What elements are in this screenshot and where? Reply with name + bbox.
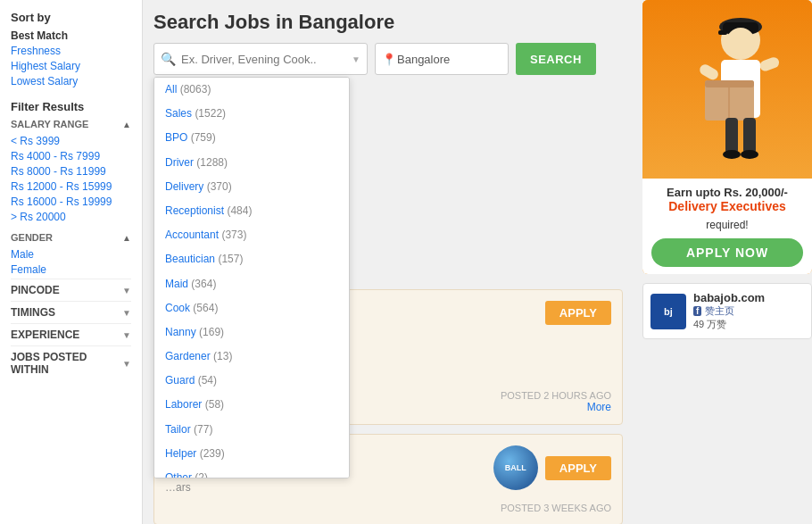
ad-text-area: Earn upto Rs. 20,000/- Delivery Executiv… bbox=[642, 179, 812, 274]
babajob-fans: 49 万赞 bbox=[693, 318, 765, 331]
svg-rect-9 bbox=[725, 118, 738, 154]
pincode-filter[interactable]: PINCODE ▼ bbox=[11, 279, 131, 301]
location-wrapper: 📍 Bangalore bbox=[375, 43, 509, 75]
babajob-logo: bj bbox=[650, 294, 686, 329]
salary-gt-20000[interactable]: > Rs 20000 bbox=[11, 211, 131, 223]
salary-8000-11999[interactable]: Rs 8000 - Rs 11999 bbox=[11, 165, 131, 178]
dropdown-item-sales[interactable]: Sales (1522) bbox=[154, 102, 349, 126]
experience-arrow: ▼ bbox=[122, 330, 131, 340]
svg-rect-3 bbox=[718, 30, 727, 35]
ad-apply-button[interactable]: APPLY NOW bbox=[651, 238, 803, 267]
babajob-social: f 赞主页 bbox=[693, 304, 765, 318]
svg-point-4 bbox=[726, 28, 755, 56]
dropdown-item-receptionist[interactable]: Receptionist (484) bbox=[154, 199, 349, 223]
gender-male[interactable]: Male bbox=[11, 248, 131, 261]
timings-arrow: ▼ bbox=[122, 308, 131, 318]
babajob-box: bj babajob.com f 赞主页 49 万赞 bbox=[642, 283, 812, 339]
delivery-person-illustration bbox=[642, 0, 812, 179]
dropdown-item-other[interactable]: Other (2) bbox=[154, 466, 349, 478]
svg-rect-14 bbox=[758, 55, 781, 72]
salary-12000-15999[interactable]: Rs 12000 - Rs 15999 bbox=[11, 180, 131, 193]
svg-point-11 bbox=[723, 150, 741, 159]
babajob-name: babajob.com bbox=[693, 291, 765, 304]
jobs-posted-filter[interactable]: JOBS POSTED WITHIN ▼ bbox=[11, 345, 131, 380]
dropdown-item-tailor[interactable]: Tailor (77) bbox=[154, 418, 349, 442]
apply-button-2[interactable]: APPLY bbox=[545, 456, 611, 480]
dropdown-item-nanny[interactable]: Nanny (169) bbox=[154, 320, 349, 345]
svg-rect-10 bbox=[743, 118, 756, 154]
ad-required-text: required! bbox=[651, 219, 803, 231]
sort-by-title: Sort by bbox=[11, 11, 131, 24]
job-meta-2: …ars bbox=[165, 481, 234, 494]
dropdown-item-guard[interactable]: Guard (54) bbox=[154, 369, 349, 393]
dropdown-item-delivery[interactable]: Delivery (370) bbox=[154, 175, 349, 199]
sort-lowest-salary[interactable]: Lowest Salary bbox=[11, 75, 131, 87]
salary-range-header[interactable]: SALARY RANGE ▲ bbox=[11, 119, 131, 129]
sort-best-match[interactable]: Best Match bbox=[11, 29, 131, 42]
dropdown-item-accountant[interactable]: Accountant (373) bbox=[154, 223, 349, 247]
search-dropdown-menu: All (8063)Sales (1522)BPO (759)Driver (1… bbox=[153, 77, 350, 478]
search-button[interactable]: SEARCH bbox=[516, 43, 596, 75]
pincode-arrow: ▼ bbox=[122, 286, 131, 295]
timings-filter[interactable]: TIMINGS ▼ bbox=[11, 301, 131, 323]
ad-box: Earn upto Rs. 20,000/- Delivery Executiv… bbox=[642, 0, 812, 274]
filter-results-title: Filter Results bbox=[11, 100, 131, 113]
sort-highest-salary[interactable]: Highest Salary bbox=[11, 60, 131, 72]
dropdown-item-laborer[interactable]: Laborer (58) bbox=[154, 393, 349, 417]
gender-arrow: ▲ bbox=[122, 233, 131, 243]
salary-4000-7999[interactable]: Rs 4000 - Rs 7999 bbox=[11, 150, 131, 162]
dropdown-item-gardener[interactable]: Gardener (13) bbox=[154, 345, 349, 369]
svg-point-12 bbox=[741, 150, 758, 159]
search-dropdown-arrow[interactable]: ▼ bbox=[352, 54, 360, 64]
ad-panel: Earn upto Rs. 20,000/- Delivery Executiv… bbox=[634, 0, 812, 524]
sidebar: Sort by Best Match Freshness Highest Sal… bbox=[0, 0, 143, 524]
ad-earn-text: Earn upto Rs. 20,000/- bbox=[651, 186, 803, 199]
search-icon: 🔍 bbox=[161, 52, 176, 66]
search-input[interactable] bbox=[153, 43, 368, 75]
location-icon: 📍 bbox=[382, 53, 396, 66]
main-content: Search Jobs in Bangalore 🔍 ▼ 📍 Bangalore… bbox=[143, 0, 634, 524]
filter-section: Filter Results SALARY RANGE ▲ < Rs 3999 … bbox=[11, 100, 131, 380]
ball-icon: BALL bbox=[493, 445, 538, 490]
ad-person-background bbox=[642, 0, 812, 179]
apply-button-1[interactable]: APPLY bbox=[545, 301, 611, 325]
dropdown-item-maid[interactable]: Maid (364) bbox=[154, 272, 349, 296]
dropdown-item-driver[interactable]: Driver (1288) bbox=[154, 151, 349, 175]
salary-range-arrow: ▲ bbox=[122, 120, 131, 129]
babajob-info: babajob.com f 赞主页 49 万赞 bbox=[693, 291, 765, 331]
salary-lt-3999[interactable]: < Rs 3999 bbox=[11, 135, 131, 147]
sort-freshness[interactable]: Freshness bbox=[11, 45, 131, 57]
dropdown-item-helper[interactable]: Helper (239) bbox=[154, 442, 349, 466]
posted-time-2: POSTED 3 WEEKS AGO bbox=[165, 503, 611, 513]
facebook-icon: f bbox=[693, 306, 701, 316]
dropdown-item-bpo[interactable]: BPO (759) bbox=[154, 126, 349, 150]
dropdown-item-beautician[interactable]: Beautician (157) bbox=[154, 247, 349, 271]
ad-image-area bbox=[642, 0, 812, 179]
search-bar: 🔍 ▼ 📍 Bangalore SEARCH bbox=[153, 43, 623, 75]
gender-header[interactable]: GENDER ▲ bbox=[11, 232, 131, 243]
ad-role-text: Delivery Executives bbox=[651, 199, 803, 213]
svg-rect-13 bbox=[698, 62, 720, 81]
jobs-posted-arrow: ▼ bbox=[122, 359, 131, 369]
experience-filter[interactable]: EXPERIENCE ▼ bbox=[11, 323, 131, 345]
dropdown-item-all[interactable]: All (8063) bbox=[154, 78, 349, 102]
dropdown-item-cook[interactable]: Cook (564) bbox=[154, 296, 349, 320]
salary-16000-19999[interactable]: Rs 16000 - Rs 19999 bbox=[11, 195, 131, 208]
search-input-wrapper: 🔍 ▼ bbox=[153, 43, 368, 75]
gender-female[interactable]: Female bbox=[11, 263, 131, 276]
page-heading: Search Jobs in Bangalore bbox=[153, 11, 623, 34]
